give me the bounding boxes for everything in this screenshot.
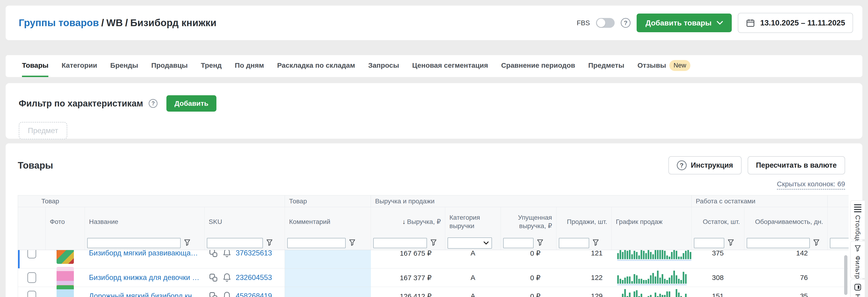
tab-0[interactable]: Товары — [22, 55, 49, 77]
turnover-filter-funnel-icon[interactable] — [813, 239, 819, 247]
product-photo[interactable] — [57, 285, 74, 297]
col-revenue-category[interactable]: Категория выручки — [445, 207, 501, 236]
date-range-picker[interactable]: 13.10.2025 – 11.11.2025 — [738, 13, 853, 33]
table-group-header-row: Товар Товар Выручка и продажи Работа с о… — [18, 195, 848, 207]
group-product-left: Товар — [18, 195, 285, 207]
sales-sparkline — [616, 287, 687, 297]
col-sales[interactable]: Продажи, шт. — [556, 207, 612, 236]
columns-icon — [854, 204, 862, 212]
instruction-help-icon: ? — [677, 160, 687, 170]
fbs-help-icon[interactable]: ? — [621, 18, 630, 28]
sort-desc-icon[interactable]: ↓ — [402, 218, 406, 225]
sku-filter-input[interactable] — [207, 238, 263, 248]
bell-icon[interactable] — [223, 250, 231, 258]
col-revenue[interactable]: ↓Выручка, ₽ — [371, 207, 445, 236]
stock-filter-input[interactable] — [694, 238, 724, 248]
tab-4[interactable]: Тренд — [201, 55, 222, 77]
variants-icon[interactable] — [209, 250, 218, 258]
product-name-link[interactable]: Бизиборд мягкий развивающая ... — [89, 250, 200, 258]
sales-filter-funnel-icon[interactable] — [592, 239, 599, 247]
fbs-toggle-knob — [597, 19, 605, 27]
col-name[interactable]: Название — [85, 207, 205, 236]
variants-icon[interactable] — [209, 291, 218, 297]
bell-icon[interactable] — [223, 273, 231, 282]
subject-chip[interactable]: Предмет — [19, 122, 67, 139]
revenue-filter-funnel-icon[interactable] — [430, 239, 437, 247]
breadcrumb-marketplace: WB — [106, 17, 123, 28]
add-products-button[interactable]: Добавить товары — [637, 13, 732, 32]
table-row: Бизиборд книжка для девочки м... 2326045… — [18, 268, 848, 287]
instruction-button[interactable]: ? Инструкция — [669, 156, 742, 174]
breadcrumb-separator-2: / — [123, 17, 130, 28]
tab-6[interactable]: Раскладка по складам — [277, 55, 355, 77]
tab-9[interactable]: Сравнение периодов — [501, 55, 575, 77]
breadcrumb-groups-link[interactable]: Группы товаров — [19, 17, 99, 28]
sku-link[interactable]: 458268419 — [236, 292, 272, 297]
group-product: Товар — [285, 195, 371, 207]
stock-filter-funnel-icon[interactable] — [727, 239, 734, 247]
variants-icon[interactable] — [209, 273, 218, 282]
product-photo[interactable] — [57, 250, 74, 264]
row-checkbox[interactable] — [27, 272, 36, 283]
name-filter-input[interactable] — [87, 238, 181, 248]
fbs-toggle[interactable] — [596, 18, 615, 28]
lost-revenue-filter-funnel-icon[interactable] — [537, 239, 544, 247]
filter-help-icon[interactable]: ? — [149, 99, 157, 108]
calendar-icon — [746, 18, 755, 28]
comment-cell[interactable] — [285, 268, 371, 287]
tab-10[interactable]: Предметы — [588, 55, 624, 77]
lost-revenue-value: 0 ₽ — [505, 268, 552, 287]
col-lost-revenue[interactable]: Упущенная выручка, ₽ — [501, 207, 556, 236]
hidden-columns-link[interactable]: Скрытых колонок: 69 — [777, 180, 845, 190]
vertical-scrollbar[interactable] — [844, 255, 847, 295]
tab-2[interactable]: Бренды — [110, 55, 138, 77]
name-filter-funnel-icon[interactable] — [184, 239, 190, 247]
tab-3[interactable]: Продавцы — [151, 55, 188, 77]
sales-filter-input[interactable] — [559, 238, 589, 248]
lost-revenue-value: 0 ₽ — [505, 250, 552, 262]
col-turnover[interactable]: Оборачиваемость, дн. — [744, 207, 828, 236]
col-comment[interactable]: Комментарий — [285, 207, 371, 236]
col-stock[interactable]: Остаток, шт. — [691, 207, 744, 236]
col-sku[interactable]: SKU — [205, 207, 285, 236]
recalc-currency-button[interactable]: Пересчитать в валюте — [748, 156, 845, 174]
rail-tab-extra[interactable]: Н — [850, 279, 865, 297]
col-extra — [828, 207, 848, 236]
rail-tab-filters[interactable]: Фильтры — [850, 241, 865, 278]
comment-cell[interactable] — [285, 287, 371, 297]
turnover-value: 35 — [749, 287, 824, 297]
tab-1[interactable]: Категории — [61, 55, 97, 77]
lost-revenue-value: 0 ₽ — [505, 287, 552, 297]
filter-add-button[interactable]: Добавить — [166, 95, 216, 111]
lost-revenue-filter-input[interactable] — [503, 238, 533, 248]
sku-link[interactable]: 376325613 — [236, 250, 272, 258]
row-checkbox[interactable] — [27, 291, 36, 297]
col-photo[interactable]: Фото — [45, 207, 85, 236]
comment-filter-input[interactable] — [287, 238, 346, 248]
col-sales-chart[interactable]: График продаж — [612, 207, 691, 236]
extra-filter-input[interactable] — [830, 238, 848, 248]
product-name-link[interactable]: Бизиборд книжка для девочки м... — [89, 273, 200, 282]
comment-cell[interactable] — [285, 250, 371, 268]
table-row: Бизиборд мягкий развивающая ... 37632561… — [18, 250, 848, 268]
rail-tab-columns[interactable]: Столбцы — [850, 200, 865, 239]
product-name-link[interactable]: Дорожный мягкий бизиборд кни... — [89, 292, 200, 297]
tab-7[interactable]: Запросы — [368, 55, 399, 77]
sku-filter-funnel-icon[interactable] — [266, 239, 273, 247]
row-checkbox[interactable] — [27, 250, 36, 259]
select-caret-icon — [484, 241, 489, 245]
tab-11[interactable]: ОтзывыNew — [637, 55, 690, 77]
turnover-filter-input[interactable] — [747, 238, 810, 248]
turnover-value: 76 — [749, 268, 824, 287]
comment-filter-funnel-icon[interactable] — [349, 239, 355, 247]
rail-columns-label: Столбцы — [854, 215, 862, 244]
col-checkbox — [18, 207, 45, 236]
stock-value: 151 — [696, 287, 740, 297]
revenue-category-filter-select[interactable] — [447, 237, 492, 249]
tab-5[interactable]: По дням — [235, 55, 264, 77]
revenue-filter-input[interactable] — [373, 238, 427, 248]
sku-link[interactable]: 232604553 — [236, 273, 272, 282]
panel-icon — [854, 283, 862, 291]
tab-8[interactable]: Ценовая сегментация — [412, 55, 488, 77]
bell-icon[interactable] — [223, 291, 231, 297]
